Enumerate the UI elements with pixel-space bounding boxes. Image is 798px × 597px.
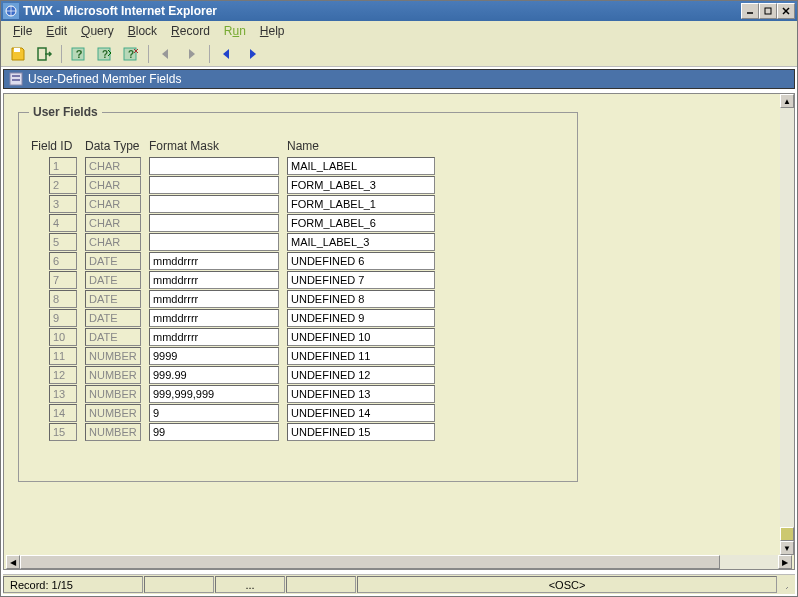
status-osc: <OSC> <box>357 576 777 593</box>
scroll-thumb[interactable] <box>780 527 794 541</box>
scroll-right-arrow[interactable]: ▶ <box>778 555 792 569</box>
scroll-down-arrow[interactable]: ▼ <box>780 541 794 555</box>
name-input[interactable]: FORM_LABEL_3 <box>287 176 435 194</box>
name-input[interactable]: UNDEFINED 6 <box>287 252 435 270</box>
statusbar: Record: 1/15 ... <OSC> <box>3 574 795 594</box>
save-icon[interactable] <box>7 43 29 65</box>
minimize-button[interactable] <box>741 3 759 19</box>
field-id-cell: 2 <box>49 176 77 194</box>
data-type-cell: DATE <box>85 328 141 346</box>
data-type-cell: NUMBER <box>85 366 141 384</box>
name-input[interactable]: UNDEFINED 11 <box>287 347 435 365</box>
name-input[interactable]: UNDEFINED 9 <box>287 309 435 327</box>
format-mask-input[interactable] <box>149 233 279 251</box>
scroll-track[interactable] <box>780 108 794 541</box>
grid-row: 2CHARFORM_LABEL_3 <box>31 176 565 194</box>
svg-rect-2 <box>765 8 771 14</box>
titlebar: TWIX - Microsoft Internet Explorer <box>1 1 797 21</box>
format-mask-input[interactable] <box>149 195 279 213</box>
scroll-left-arrow[interactable]: ◀ <box>6 555 20 569</box>
name-input[interactable]: UNDEFINED 13 <box>287 385 435 403</box>
toolbar-separator <box>148 45 149 63</box>
ie-icon <box>3 3 19 19</box>
format-mask-input[interactable]: 9999 <box>149 347 279 365</box>
menu-help[interactable]: Help <box>254 22 291 40</box>
next-block-icon[interactable] <box>181 43 203 65</box>
field-id-cell: 9 <box>49 309 77 327</box>
prev-record-icon[interactable] <box>216 43 238 65</box>
format-mask-input[interactable]: mmddrrrr <box>149 252 279 270</box>
format-mask-input[interactable]: 9 <box>149 404 279 422</box>
scroll-track[interactable] <box>20 555 778 569</box>
query-enter-icon[interactable]: ? <box>68 43 90 65</box>
resize-grip[interactable] <box>778 576 794 593</box>
name-input[interactable]: MAIL_LABEL_3 <box>287 233 435 251</box>
group-legend: User Fields <box>29 105 102 119</box>
svg-line-18 <box>786 581 788 589</box>
grid-row: 11NUMBER9999UNDEFINED 11 <box>31 347 565 365</box>
horizontal-scrollbar[interactable]: ◀ ▶ <box>6 555 792 569</box>
name-input[interactable]: UNDEFINED 14 <box>287 404 435 422</box>
form-icon <box>8 71 24 87</box>
name-input[interactable]: UNDEFINED 7 <box>287 271 435 289</box>
format-mask-input[interactable]: mmddrrrr <box>149 290 279 308</box>
menu-query[interactable]: Query <box>75 22 120 40</box>
menu-record[interactable]: Record <box>165 22 216 40</box>
name-input[interactable]: FORM_LABEL_6 <box>287 214 435 232</box>
svg-rect-5 <box>14 48 20 52</box>
query-cancel-icon[interactable]: ? <box>120 43 142 65</box>
field-id-cell: 4 <box>49 214 77 232</box>
name-input[interactable]: MAIL_LABEL <box>287 157 435 175</box>
exit-icon[interactable] <box>33 43 55 65</box>
field-id-cell: 12 <box>49 366 77 384</box>
menu-block[interactable]: Block <box>122 22 163 40</box>
data-type-cell: DATE <box>85 252 141 270</box>
toolbar-separator <box>61 45 62 63</box>
grid-row: 1CHARMAIL_LABEL <box>31 157 565 175</box>
grid-row: 6DATEmmddrrrrUNDEFINED 6 <box>31 252 565 270</box>
data-type-cell: CHAR <box>85 157 141 175</box>
toolbar: ? ? ? <box>1 41 797 67</box>
format-mask-input[interactable]: mmddrrrr <box>149 309 279 327</box>
format-mask-input[interactable] <box>149 214 279 232</box>
grid-row: 10DATEmmddrrrrUNDEFINED 10 <box>31 328 565 346</box>
name-input[interactable]: UNDEFINED 10 <box>287 328 435 346</box>
format-mask-input[interactable]: mmddrrrr <box>149 328 279 346</box>
data-type-cell: DATE <box>85 290 141 308</box>
data-type-cell: CHAR <box>85 176 141 194</box>
data-type-cell: CHAR <box>85 195 141 213</box>
scroll-up-arrow[interactable]: ▲ <box>780 94 794 108</box>
app-window: TWIX - Microsoft Internet Explorer File … <box>0 0 798 597</box>
format-mask-input[interactable]: 999,999,999 <box>149 385 279 403</box>
field-id-cell: 3 <box>49 195 77 213</box>
name-input[interactable]: UNDEFINED 8 <box>287 290 435 308</box>
data-type-cell: CHAR <box>85 233 141 251</box>
svg-rect-16 <box>12 75 20 77</box>
menu-file[interactable]: File <box>7 22 38 40</box>
format-mask-input[interactable]: mmddrrrr <box>149 271 279 289</box>
format-mask-input[interactable]: 999.99 <box>149 366 279 384</box>
field-id-cell: 15 <box>49 423 77 441</box>
format-mask-input[interactable] <box>149 157 279 175</box>
grid-row: 8DATEmmddrrrrUNDEFINED 8 <box>31 290 565 308</box>
field-id-cell: 6 <box>49 252 77 270</box>
next-record-icon[interactable] <box>242 43 264 65</box>
name-input[interactable]: UNDEFINED 15 <box>287 423 435 441</box>
menu-edit[interactable]: Edit <box>40 22 73 40</box>
maximize-button[interactable] <box>759 3 777 19</box>
format-mask-input[interactable] <box>149 176 279 194</box>
format-mask-input[interactable]: 99 <box>149 423 279 441</box>
name-input[interactable]: FORM_LABEL_1 <box>287 195 435 213</box>
name-input[interactable]: UNDEFINED 12 <box>287 366 435 384</box>
close-button[interactable] <box>777 3 795 19</box>
toolbar-separator <box>209 45 210 63</box>
grid-row: 15NUMBER99UNDEFINED 15 <box>31 423 565 441</box>
menu-run[interactable]: Run <box>218 22 252 40</box>
query-execute-icon[interactable]: ? <box>94 43 116 65</box>
field-id-cell: 11 <box>49 347 77 365</box>
prev-block-icon[interactable] <box>155 43 177 65</box>
field-id-cell: 13 <box>49 385 77 403</box>
grid-row: 3CHARFORM_LABEL_1 <box>31 195 565 213</box>
vertical-scrollbar[interactable]: ▲ ▼ <box>780 94 794 555</box>
scroll-thumb[interactable] <box>20 555 720 569</box>
